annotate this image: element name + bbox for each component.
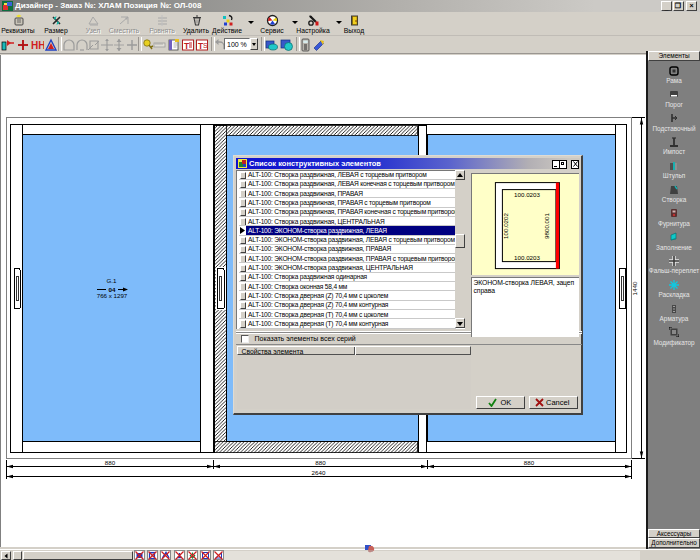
- svg-text:880: 880: [524, 459, 535, 466]
- svg-text:G.1: G.1: [107, 277, 118, 284]
- svg-text:2640: 2640: [312, 469, 326, 476]
- svg-text:9800.001: 9800.001: [543, 212, 550, 238]
- svg-text:1440: 1440: [631, 281, 638, 295]
- svg-text:880: 880: [315, 459, 326, 466]
- svg-text:100.0203: 100.0203: [514, 190, 540, 197]
- svg-text:766 x 1297: 766 x 1297: [97, 292, 128, 299]
- svg-text:100.0203: 100.0203: [514, 253, 540, 260]
- svg-text:100.0202: 100.0202: [502, 212, 509, 238]
- svg-text:880: 880: [105, 459, 116, 466]
